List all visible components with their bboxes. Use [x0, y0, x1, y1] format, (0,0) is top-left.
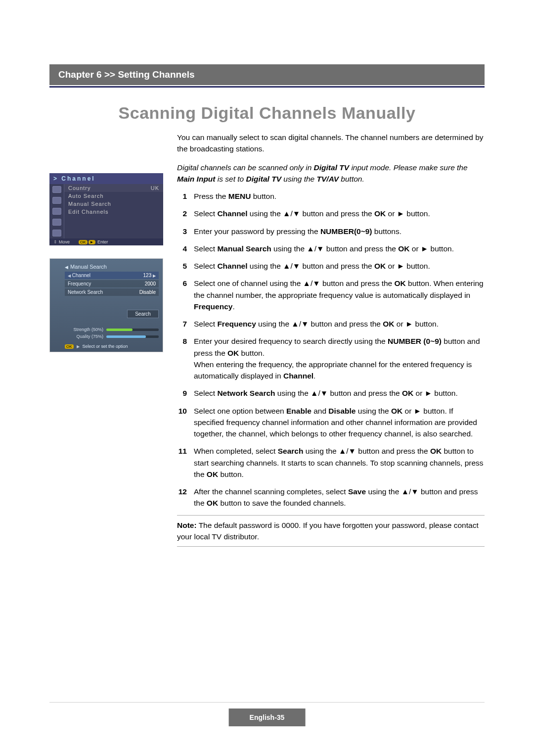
step-11: 11When completed, select Search using th… — [177, 445, 485, 480]
gear-icon — [52, 230, 61, 236]
tv-icon — [52, 186, 61, 193]
osd-menu-footer: Move OK► Enter — [49, 238, 163, 245]
search-row-channel[interactable]: ◀ Channel 123 ▶ — [65, 272, 159, 279]
ok-pill-icon: OK — [65, 344, 74, 349]
step-5: 5Select Channel using the ▲/▼ button and… — [177, 260, 485, 272]
intro-italic: Digital channels can be scanned only in … — [177, 162, 485, 185]
footer-hint: Select or set the option — [83, 344, 128, 349]
step-6: 6Select one of channel using the ▲/▼ but… — [177, 278, 485, 312]
menu-item-label: Edit Channels — [68, 209, 109, 215]
search-row-frequency[interactable]: Frequency 2000 — [65, 280, 159, 287]
back-triangle-icon: ◀ — [65, 265, 68, 270]
audio-icon — [52, 197, 61, 204]
menu-item-label: Country — [68, 185, 91, 191]
quality-label: Quality (75%) — [65, 334, 103, 339]
menu-item-value: UK — [151, 185, 159, 191]
intro-text: You can manually select to scan digital … — [177, 132, 485, 155]
chapter-rule — [49, 86, 485, 88]
step-12: 12After the channel scanning completes, … — [177, 486, 485, 509]
step-8: 8Enter your desired frequency to search … — [177, 335, 485, 381]
chapter-bar: Chapter 6 >> Setting Channels — [49, 64, 485, 85]
step-3: 3Enter your password by pressing the NUM… — [177, 226, 485, 237]
enter-hint: OK► Enter — [79, 239, 108, 244]
step-1: 1Press the MENU button. — [177, 190, 485, 202]
osd-menu-list: Country UK Auto Search Manual Search Edi… — [64, 184, 163, 238]
move-hint: Move — [53, 239, 70, 244]
grid-icon — [52, 219, 61, 226]
step-2: 2Select Channel using the ▲/▼ button and… — [177, 208, 485, 219]
osd-search-title: ◀Manual Search — [65, 264, 159, 270]
osd-manual-search: ◀Manual Search ◀ Channel 123 ▶ Frequency… — [49, 258, 163, 352]
steps-list: 1Press the MENU button. 2Select Channel … — [177, 190, 485, 509]
row-value: Disable — [139, 289, 156, 295]
right-column: You can manually select to scan digital … — [177, 132, 485, 551]
note-separator-top — [177, 515, 485, 516]
note-separator-bottom — [177, 546, 485, 547]
footer-rule — [49, 702, 485, 703]
row-value: 2000 — [145, 281, 156, 286]
menu-item-auto-search[interactable]: Auto Search — [64, 192, 163, 200]
search-button[interactable]: Search — [127, 310, 159, 318]
signal-strength: Strength (50%) — [65, 327, 159, 332]
page-number: English-35 — [229, 709, 306, 726]
strength-bar — [106, 329, 159, 331]
strength-label: Strength (50%) — [65, 327, 103, 332]
row-label: Network Search — [68, 289, 103, 295]
step-7: 7Select Frequency using the ▲/▼ button a… — [177, 318, 485, 330]
quality-bar — [106, 335, 159, 338]
manual-page: Chapter 6 >> Setting Channels Scanning D… — [0, 0, 534, 756]
step-4: 4Select Manual Search using the ▲/▼ butt… — [177, 243, 485, 254]
osd-channel-menu: > Channel Country UK Auto S — [49, 173, 163, 245]
osd-menu-title: > Channel — [49, 173, 163, 184]
step-10: 10Select one option between Enable and D… — [177, 405, 485, 440]
left-column: > Channel Country UK Auto S — [49, 132, 163, 551]
menu-item-label: Auto Search — [68, 193, 104, 199]
search-row-network[interactable]: Network Search Disable — [65, 288, 159, 296]
menu-item-edit-channels[interactable]: Edit Channels — [64, 208, 163, 216]
antenna-icon — [52, 208, 61, 215]
osd-search-footer: OK▶ Select or set the option — [65, 344, 128, 349]
osd-menu-icons — [49, 184, 64, 238]
step-9: 9Select Network Search using the ▲/▼ but… — [177, 387, 485, 399]
note-text: Note: The default password is 0000. If y… — [177, 520, 485, 543]
row-label: Frequency — [68, 281, 91, 286]
row-label: Channel — [72, 273, 90, 278]
menu-item-manual-search[interactable]: Manual Search — [64, 200, 163, 208]
signal-quality: Quality (75%) — [65, 334, 159, 339]
menu-item-country[interactable]: Country UK — [64, 184, 163, 192]
row-value: 123 — [143, 273, 152, 278]
page-title: Scanning Digital Channels Manually — [49, 103, 485, 123]
menu-item-label: Manual Search — [68, 201, 111, 207]
